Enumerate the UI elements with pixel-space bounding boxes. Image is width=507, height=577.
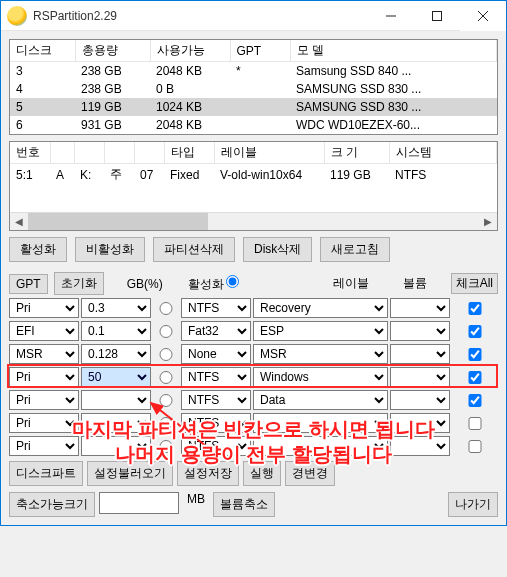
delete-disk-button[interactable]: Disk삭제 — [243, 237, 312, 262]
delete-partition-button[interactable]: 파티션삭제 — [153, 237, 235, 262]
activate-button[interactable]: 활성화 — [9, 237, 67, 262]
partition-type-select[interactable]: Pri — [9, 436, 79, 456]
filesystem-select[interactable]: Fat32 — [181, 321, 251, 341]
row-checkbox[interactable] — [460, 325, 490, 338]
volume-select[interactable] — [390, 298, 450, 318]
gpt-button[interactable]: GPT — [9, 274, 48, 294]
part-col-header[interactable] — [134, 142, 164, 164]
disk-col-header[interactable]: 모 델 — [290, 40, 497, 62]
disk-row[interactable]: 6931 GB2048 KBWDC WD10EZEX-60... — [10, 116, 497, 134]
change-drive-button[interactable]: 경변경 — [285, 461, 335, 486]
partition-type-select[interactable]: Pri — [9, 367, 79, 387]
label-select[interactable]: Recovery — [253, 298, 388, 318]
refresh-button[interactable]: 새로고침 — [320, 237, 390, 262]
part-col-header[interactable]: 타입 — [164, 142, 214, 164]
scroll-track[interactable] — [28, 213, 479, 230]
close-button[interactable] — [460, 1, 506, 31]
activate-radio[interactable] — [156, 394, 176, 407]
part-col-header[interactable] — [104, 142, 134, 164]
run-button[interactable]: 실행 — [243, 461, 281, 486]
part-col-header[interactable]: 시스템 — [389, 142, 497, 164]
gb-select[interactable] — [81, 436, 151, 456]
gb-select[interactable]: 0.1 — [81, 321, 151, 341]
part-col-header[interactable]: 번호 — [10, 142, 50, 164]
disk-col-header[interactable]: 사용가능 — [150, 40, 230, 62]
row-checkbox[interactable] — [460, 417, 490, 430]
init-button[interactable]: 초기화 — [54, 272, 104, 295]
partition-type-select[interactable]: MSR — [9, 344, 79, 364]
label-select[interactable] — [253, 413, 388, 433]
volume-select[interactable] — [390, 367, 450, 387]
gb-select[interactable]: 50 — [81, 367, 151, 387]
partition-row[interactable]: 5:1AK:주07FixedV-old-win10x64119 GBNTFS — [10, 164, 497, 186]
row-checkbox[interactable] — [460, 302, 490, 315]
filesystem-select[interactable]: NTFS — [181, 367, 251, 387]
row-checkbox[interactable] — [460, 371, 490, 384]
volume-select[interactable] — [390, 321, 450, 341]
disk-col-header[interactable]: 총용량 — [75, 40, 150, 62]
disk-row[interactable]: 3238 GB2048 KB*Samsung SSD 840 ... — [10, 62, 497, 81]
activate-radio[interactable] — [156, 440, 176, 453]
check-all-button[interactable]: 체크All — [451, 273, 498, 294]
label-select[interactable]: MSR — [253, 344, 388, 364]
scroll-left-icon[interactable]: ◀ — [10, 213, 28, 230]
partition-type-select[interactable]: Pri — [9, 298, 79, 318]
gb-select[interactable] — [81, 390, 151, 410]
config-load-button[interactable]: 설정불러오기 — [87, 461, 173, 486]
config-row: PriNTFS — [9, 435, 498, 457]
config-save-button[interactable]: 설정저장 — [177, 461, 239, 486]
config-row: Pri0.3NTFSRecovery — [9, 297, 498, 319]
row-checkbox[interactable] — [460, 440, 490, 453]
partition-type-select[interactable]: Pri — [9, 413, 79, 433]
activate-radio[interactable] — [156, 348, 176, 361]
gb-select[interactable]: 0.128 — [81, 344, 151, 364]
shrink-size-input[interactable] — [99, 492, 179, 514]
partition-table[interactable]: 번호타입레이블크 기시스템 5:1AK:주07FixedV-old-win10x… — [10, 142, 497, 185]
volume-select[interactable] — [390, 436, 450, 456]
disk-row[interactable]: 4238 GB0 BSAMSUNG SSD 830 ... — [10, 80, 497, 98]
deactivate-button[interactable]: 비활성화 — [75, 237, 145, 262]
row-checkbox[interactable] — [460, 394, 490, 407]
shrink-button[interactable]: 볼륨축소 — [213, 492, 275, 517]
horizontal-scrollbar[interactable]: ◀ ▶ — [10, 212, 497, 230]
volume-select[interactable] — [390, 413, 450, 433]
filesystem-select[interactable]: NTFS — [181, 436, 251, 456]
activate-radio[interactable] — [156, 302, 176, 315]
part-col-header[interactable] — [74, 142, 104, 164]
shrinkable-button[interactable]: 축소가능크기 — [9, 492, 95, 517]
volume-select[interactable] — [390, 344, 450, 364]
activate-radio[interactable] — [156, 325, 176, 338]
label-select[interactable]: Data — [253, 390, 388, 410]
app-icon — [7, 6, 27, 26]
disk-col-header[interactable]: 디스크 — [10, 40, 75, 62]
diskpart-button[interactable]: 디스크파트 — [9, 461, 83, 486]
scroll-thumb[interactable] — [28, 213, 208, 230]
filesystem-select[interactable]: NTFS — [181, 390, 251, 410]
row-checkbox[interactable] — [460, 348, 490, 361]
scroll-right-icon[interactable]: ▶ — [479, 213, 497, 230]
part-col-header[interactable]: 레이블 — [214, 142, 324, 164]
part-col-header[interactable] — [50, 142, 74, 164]
gb-select[interactable]: 0.3 — [81, 298, 151, 318]
label-select[interactable]: ESP — [253, 321, 388, 341]
disk-col-header[interactable]: GPT — [230, 40, 290, 62]
partition-list-panel: 번호타입레이블크 기시스템 5:1AK:주07FixedV-old-win10x… — [9, 141, 498, 231]
activate-radio[interactable] — [156, 417, 176, 430]
maximize-button[interactable] — [414, 1, 460, 31]
exit-button[interactable]: 나가기 — [448, 492, 498, 517]
disk-table[interactable]: 디스크총용량사용가능GPT모 델 3238 GB2048 KB*Samsung … — [10, 40, 497, 134]
activate-radio[interactable] — [156, 371, 176, 384]
minimize-button[interactable] — [368, 1, 414, 31]
volume-select[interactable] — [390, 390, 450, 410]
part-col-header[interactable]: 크 기 — [324, 142, 389, 164]
label-select[interactable]: Windows — [253, 367, 388, 387]
filesystem-select[interactable]: NTFS — [181, 298, 251, 318]
filesystem-select[interactable]: NTFS — [181, 413, 251, 433]
gb-select[interactable] — [81, 413, 151, 433]
activate-header-radio[interactable] — [226, 275, 239, 288]
partition-type-select[interactable]: EFI — [9, 321, 79, 341]
partition-type-select[interactable]: Pri — [9, 390, 79, 410]
filesystem-select[interactable]: None — [181, 344, 251, 364]
label-select[interactable] — [253, 436, 388, 456]
disk-row[interactable]: 5119 GB1024 KBSAMSUNG SSD 830 ... — [10, 98, 497, 116]
